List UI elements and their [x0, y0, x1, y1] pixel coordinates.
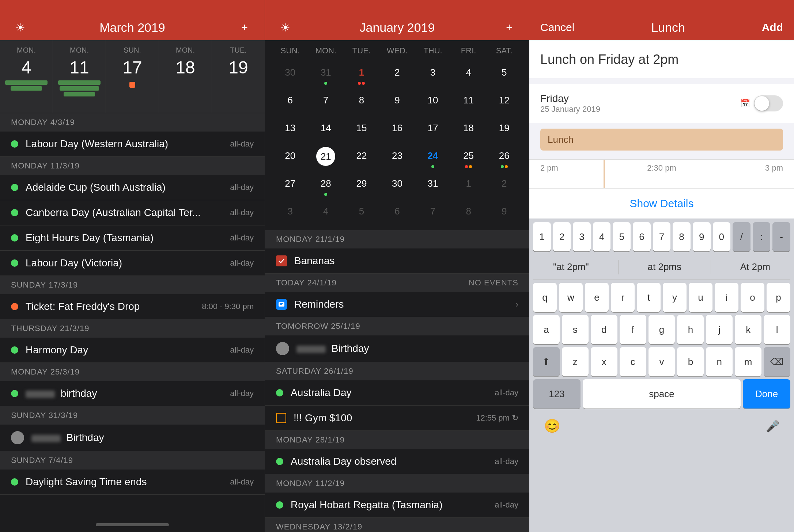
list-item[interactable]: Labour Day (Western Australia) all-day: [0, 132, 265, 157]
settings-icon-panel2[interactable]: ☀: [276, 18, 294, 37]
key-m[interactable]: m: [735, 347, 761, 376]
reminders-item[interactable]: Reminders ›: [265, 292, 529, 317]
cal-day-30b[interactable]: 30: [379, 172, 415, 199]
cal-day-14[interactable]: 14: [308, 116, 344, 143]
cal-day-3[interactable]: 3: [415, 61, 451, 88]
list-item[interactable]: Adelaide Cup (South Australia) all-day: [0, 175, 265, 200]
cal-day-19[interactable]: 19: [486, 116, 522, 143]
add-icon-panel2[interactable]: +: [500, 18, 518, 37]
cal-day-4[interactable]: 4: [451, 61, 487, 88]
key-4[interactable]: 4: [593, 222, 611, 251]
key-0[interactable]: 0: [713, 222, 731, 251]
key-v[interactable]: v: [649, 347, 675, 376]
day-col-sun17[interactable]: SUN. 17: [106, 40, 159, 113]
cal-day-27[interactable]: 27: [272, 172, 308, 199]
cal-day-9[interactable]: 9: [379, 88, 415, 115]
list-item[interactable]: Bananas: [265, 248, 529, 274]
all-day-toggle[interactable]: 📅: [740, 95, 783, 111]
key-x[interactable]: x: [591, 347, 617, 376]
cal-day-5[interactable]: 5: [486, 61, 522, 88]
key-numbers-switch[interactable]: 123: [533, 379, 581, 408]
cal-day-24-today[interactable]: 24: [415, 144, 451, 171]
list-item[interactable]: Birthday: [0, 425, 265, 451]
cal-day-29[interactable]: 29: [344, 172, 379, 199]
key-backspace[interactable]: ⌫: [764, 347, 790, 376]
list-item[interactable]: birthday all-day: [0, 381, 265, 406]
add-icon-panel1[interactable]: +: [235, 18, 254, 37]
key-slash[interactable]: /: [733, 222, 750, 251]
cal-day-22[interactable]: 22: [344, 144, 379, 171]
cal-day-7b[interactable]: 7: [415, 200, 451, 227]
key-7[interactable]: 7: [653, 222, 671, 251]
key-w[interactable]: w: [559, 283, 583, 312]
cal-day-8b[interactable]: 8: [451, 200, 487, 227]
cal-day-15[interactable]: 15: [344, 116, 379, 143]
list-item[interactable]: Australia Day observed all-day: [265, 449, 529, 474]
cal-day-30[interactable]: 30: [272, 61, 308, 88]
list-item[interactable]: Australia Day all-day: [265, 380, 529, 406]
cal-day-5b[interactable]: 5: [344, 200, 379, 227]
cal-day-1b[interactable]: 1: [451, 172, 487, 199]
key-1[interactable]: 1: [533, 222, 551, 251]
key-a[interactable]: a: [533, 315, 560, 344]
key-colon[interactable]: :: [753, 222, 771, 251]
list-item[interactable]: Birthday: [265, 335, 529, 362]
cal-day-20[interactable]: 20: [272, 144, 308, 171]
cal-day-2b[interactable]: 2: [486, 172, 522, 199]
cal-day-6b[interactable]: 6: [379, 200, 415, 227]
cal-day-13[interactable]: 13: [272, 116, 308, 143]
list-item[interactable]: Labour Day (Victoria) all-day: [0, 251, 265, 276]
list-item[interactable]: !!! Gym $100 12:55 pm ↻: [265, 406, 529, 431]
cal-day-18[interactable]: 18: [451, 116, 487, 143]
key-i[interactable]: i: [715, 283, 738, 312]
cal-day-23[interactable]: 23: [379, 144, 415, 171]
key-h[interactable]: h: [677, 315, 704, 344]
event-title-input[interactable]: Lunch on Friday at 2pm: [540, 52, 783, 67]
cal-day-10[interactable]: 10: [415, 88, 451, 115]
show-details-button[interactable]: Show Details: [529, 189, 794, 218]
checkbox-checked-icon[interactable]: [276, 255, 287, 266]
cal-day-31[interactable]: 31: [308, 61, 344, 88]
cal-day-9b[interactable]: 9: [486, 200, 522, 227]
key-5[interactable]: 5: [613, 222, 631, 251]
list-item[interactable]: Ticket: Fat Freddy's Drop 8:00 - 9:30 pm: [0, 294, 265, 319]
key-r[interactable]: r: [611, 283, 635, 312]
list-item[interactable]: Daylight Saving Time ends all-day: [0, 470, 265, 495]
microphone-icon[interactable]: 🎤: [766, 420, 779, 433]
key-j[interactable]: j: [706, 315, 733, 344]
key-done[interactable]: Done: [743, 379, 790, 408]
key-8[interactable]: 8: [673, 222, 691, 251]
key-space[interactable]: space: [583, 379, 741, 408]
key-f[interactable]: f: [620, 315, 646, 344]
cal-day-17[interactable]: 17: [415, 116, 451, 143]
day-col-mon11[interactable]: MON. 11: [53, 40, 106, 113]
key-shift[interactable]: ⬆: [533, 347, 560, 376]
key-c[interactable]: c: [620, 347, 646, 376]
cal-day-2[interactable]: 2: [379, 61, 415, 88]
key-y[interactable]: y: [663, 283, 687, 312]
cal-day-8[interactable]: 8: [344, 88, 379, 115]
emoji-icon[interactable]: 😊: [544, 418, 560, 434]
key-q[interactable]: q: [533, 283, 557, 312]
key-s[interactable]: s: [562, 315, 589, 344]
add-button[interactable]: Add: [762, 21, 783, 34]
key-g[interactable]: g: [649, 315, 675, 344]
key-e[interactable]: e: [585, 283, 609, 312]
cal-day-4b[interactable]: 4: [308, 200, 344, 227]
cal-day-7[interactable]: 7: [308, 88, 344, 115]
cal-day-28[interactable]: 28: [308, 172, 344, 199]
cal-day-12[interactable]: 12: [486, 88, 522, 115]
cal-day-3b[interactable]: 3: [272, 200, 308, 227]
settings-icon-panel1[interactable]: ☀: [11, 18, 29, 37]
toggle-switch[interactable]: [754, 95, 783, 111]
day-col-mon18[interactable]: MON. 18: [159, 40, 212, 113]
key-t[interactable]: t: [637, 283, 661, 312]
key-o[interactable]: o: [741, 283, 764, 312]
key-2[interactable]: 2: [553, 222, 571, 251]
cal-day-11[interactable]: 11: [451, 88, 487, 115]
key-3[interactable]: 3: [573, 222, 591, 251]
day-col-tue19[interactable]: TUE. 19: [212, 40, 265, 113]
key-z[interactable]: z: [562, 347, 589, 376]
key-n[interactable]: n: [706, 347, 733, 376]
day-col-mon4[interactable]: MON. 4: [0, 40, 53, 113]
